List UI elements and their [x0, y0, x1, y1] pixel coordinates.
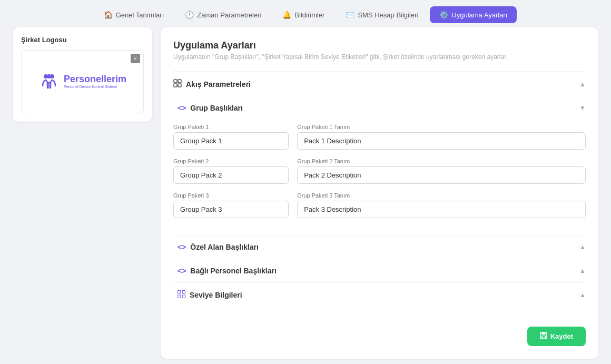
label-grup-paketi-1: Grup Paketi 1 [173, 124, 289, 130]
logo-text: Personellerim Personel Devam Kontrol Sis… [64, 74, 126, 89]
label-grup-paketi-1-tanim: Grup Paketi 1 Tanım [297, 124, 586, 130]
input-grup-paketi-3[interactable] [173, 201, 289, 218]
grup-subsection: <> Grup Başlıkları ▼ Grup Paketi 1 [173, 96, 586, 235]
grup-fields-container: Grup Paketi 1 Grup Paketi 1 Tanım Grup P… [173, 120, 586, 235]
bagli-subsection: <> Bağlı Personel Başlıkları ▲ [173, 259, 586, 282]
nav-uygulama[interactable]: ⚙️ Uygulama Ayarları [430, 6, 517, 23]
logo-svg-icon [38, 71, 60, 92]
logo-container: × [21, 50, 144, 113]
top-navigation: 🏠 Genel Tanımları 🕐 Zaman Parametreleri … [0, 0, 611, 27]
svg-rect-10 [182, 295, 185, 298]
svg-rect-9 [178, 295, 181, 298]
bagli-icon: <> [178, 267, 186, 275]
akis-icon [173, 79, 182, 89]
input-grup-paketi-2[interactable] [173, 166, 289, 184]
home-icon: 🏠 [104, 11, 113, 19]
field-grup-paketi-1-tanim: Grup Paketi 1 Tanım [297, 124, 586, 150]
section-akis: Akış Parametreleri ▲ <> Grup Başlıkları … [173, 71, 586, 307]
input-grup-paketi-2-tanim[interactable] [297, 166, 586, 184]
main-layout: Şirket Logosu × [0, 27, 611, 364]
svg-point-2 [47, 74, 51, 78]
input-grup-paketi-1[interactable] [173, 132, 289, 150]
save-icon [540, 332, 547, 341]
bagli-header[interactable]: <> Bağlı Personel Başlıkları ▲ [173, 259, 586, 282]
nav-genel[interactable]: 🏠 Genel Tanımları [94, 6, 174, 23]
seviye-subsection: Seviye Bilgileri ▲ [173, 282, 586, 307]
save-area: Kaydet [173, 318, 586, 346]
logo-image: Personellerim Personel Devam Kontrol Sis… [38, 71, 126, 92]
svg-rect-3 [174, 80, 177, 83]
logo-main-text: Personellerim [64, 74, 126, 85]
akis-chevron: ▲ [579, 81, 586, 88]
sidebar: Şirket Logosu × [13, 27, 152, 359]
bell-icon: 🔔 [282, 11, 291, 19]
close-logo-button[interactable]: × [131, 54, 140, 63]
ozel-subsection: <> Özel Alan Başlıkları ▲ [173, 235, 586, 259]
page-title: Uygulama Ayarları [173, 40, 586, 51]
seviye-chevron: ▲ [579, 291, 586, 299]
grup-header[interactable]: <> Grup Başlıkları ▼ [173, 96, 586, 120]
label-grup-paketi-3: Grup Paketi 3 [173, 192, 289, 199]
field-grup-paketi-3-tanim: Grup Paketi 3 Tanım [297, 192, 586, 218]
nav-bildirimler[interactable]: 🔔 Bildirimler [273, 6, 334, 23]
grup-label: Grup Başlıkları [190, 104, 243, 112]
ozel-label: Özel Alan Başlıkları [190, 243, 258, 251]
label-grup-paketi-2-tanim: Grup Paketi 2 Tanım [297, 158, 586, 164]
svg-rect-12 [541, 332, 545, 335]
ozel-icon: <> [178, 243, 186, 251]
svg-rect-6 [178, 84, 181, 87]
svg-rect-7 [178, 291, 181, 294]
field-row-1: Grup Paketi 1 Grup Paketi 1 Tanım [173, 124, 586, 150]
field-grup-paketi-3: Grup Paketi 3 [173, 192, 289, 218]
logo-sub-text: Personel Devam Kontrol Sistemi [64, 85, 126, 89]
sidebar-title: Şirket Logosu [21, 36, 144, 44]
page-subtitle: Uygulamanın "Grup Başlıkları", "Şirket Y… [173, 53, 586, 61]
akis-header[interactable]: Akış Parametreleri ▲ [173, 72, 586, 96]
field-row-2: Grup Paketi 2 Grup Paketi 2 Tanım [173, 158, 586, 184]
field-grup-paketi-1: Grup Paketi 1 [173, 124, 289, 150]
grup-icon: <> [178, 104, 186, 112]
label-grup-paketi-2: Grup Paketi 2 [173, 158, 289, 164]
company-logo-card: Şirket Logosu × [13, 27, 152, 122]
input-grup-paketi-3-tanim[interactable] [297, 201, 586, 218]
gear-icon: ⚙️ [439, 11, 448, 19]
akis-label: Akış Parametreleri [186, 80, 251, 88]
save-label: Kaydet [550, 332, 573, 340]
field-grup-paketi-2-tanim: Grup Paketi 2 Tanım [297, 158, 586, 184]
seviye-icon [178, 290, 185, 300]
nav-zaman[interactable]: 🕐 Zaman Parametreleri [175, 6, 271, 23]
svg-rect-5 [174, 84, 177, 87]
save-button[interactable]: Kaydet [527, 327, 586, 346]
content-area: Uygulama Ayarları Uygulamanın "Grup Başl… [161, 27, 598, 359]
svg-rect-4 [178, 80, 181, 83]
field-grup-paketi-2: Grup Paketi 2 [173, 158, 289, 184]
ozel-header[interactable]: <> Özel Alan Başlıkları ▲ [173, 235, 586, 259]
svg-rect-8 [182, 291, 185, 294]
ozel-chevron: ▲ [579, 243, 586, 251]
bagli-chevron: ▲ [579, 267, 586, 274]
bagli-label: Bağlı Personel Başlıkları [190, 267, 276, 275]
svg-rect-14 [543, 336, 545, 338]
input-grup-paketi-1-tanim[interactable] [297, 132, 586, 150]
nav-sms[interactable]: ✉️ SMS Hesap Bilgileri [336, 6, 428, 23]
label-grup-paketi-3-tanim: Grup Paketi 3 Tanım [297, 192, 586, 199]
grup-chevron: ▼ [579, 104, 586, 112]
clock-icon: 🕐 [185, 11, 194, 19]
field-row-3: Grup Paketi 3 Grup Paketi 3 Tanım [173, 192, 586, 218]
seviye-header[interactable]: Seviye Bilgileri ▲ [173, 283, 586, 307]
mail-icon: ✉️ [346, 11, 354, 19]
seviye-label: Seviye Bilgileri [190, 291, 242, 299]
